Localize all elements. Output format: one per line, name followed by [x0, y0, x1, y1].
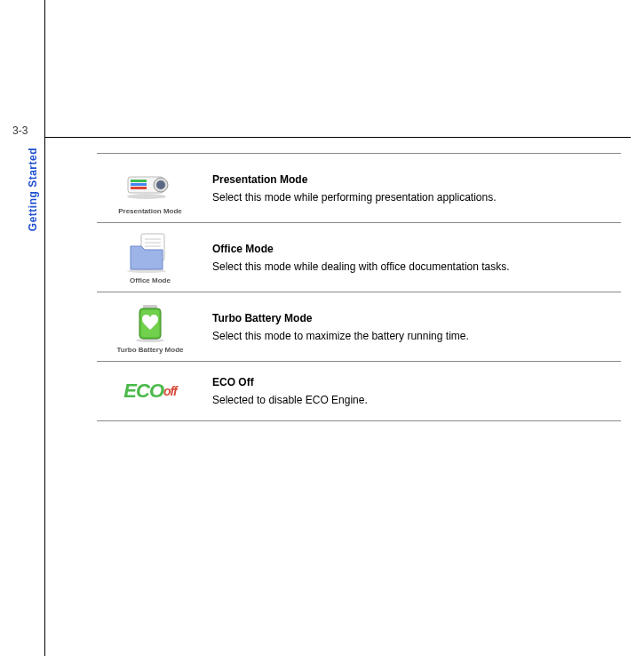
- section-side-label: Getting Started: [27, 148, 39, 231]
- table-row: Presentation Mode Presentation Mode Sele…: [97, 153, 621, 223]
- icon-caption: Office Mode: [130, 276, 171, 284]
- svg-point-11: [127, 269, 166, 273]
- svg-rect-4: [131, 183, 147, 186]
- mode-icon-cell: ECOoff: [97, 369, 203, 413]
- projector-icon: [123, 161, 177, 205]
- svg-point-15: [136, 339, 164, 342]
- page-number: 3-3: [12, 124, 28, 137]
- svg-rect-5: [131, 187, 147, 189]
- svg-point-2: [156, 180, 165, 189]
- table-row: ECOoff ECO Off Selected to disable ECO E…: [97, 362, 621, 421]
- mode-title: ECO Off: [212, 376, 621, 388]
- battery-heart-icon: [123, 300, 177, 344]
- mode-text: Office Mode Select this mode while deali…: [203, 243, 621, 273]
- modes-table: Presentation Mode Presentation Mode Sele…: [97, 153, 621, 421]
- eco-off-icon: ECOoff: [110, 369, 190, 413]
- mode-title: Turbo Battery Mode: [212, 312, 621, 324]
- mode-description: Select this mode while dealing with offi…: [212, 260, 621, 273]
- icon-caption: Presentation Mode: [118, 207, 182, 215]
- mode-description: Select this mode while performing presen…: [212, 191, 621, 204]
- eco-text-sub: off: [163, 384, 177, 398]
- icon-caption: Turbo Battery Mode: [117, 346, 184, 354]
- mode-description: Select this mode to maximize the battery…: [212, 330, 621, 342]
- mode-title: Presentation Mode: [212, 173, 621, 186]
- mode-text: ECO Off Selected to disable ECO Engine.: [203, 376, 621, 406]
- svg-rect-3: [131, 180, 147, 182]
- mode-text: Turbo Battery Mode Select this mode to m…: [203, 312, 621, 342]
- header-rule: [44, 137, 631, 138]
- mode-title: Office Mode: [212, 243, 621, 255]
- eco-text-main: ECO: [123, 380, 163, 403]
- mode-icon-cell: Office Mode: [97, 230, 203, 284]
- table-row: Turbo Battery Mode Turbo Battery Mode Se…: [97, 292, 621, 362]
- mode-description: Selected to disable ECO Engine.: [212, 394, 621, 406]
- mode-text: Presentation Mode Select this mode while…: [203, 173, 621, 204]
- mode-icon-cell: Turbo Battery Mode: [97, 300, 203, 354]
- svg-point-6: [127, 194, 166, 199]
- table-row: Office Mode Office Mode Select this mode…: [97, 223, 621, 292]
- folder-documents-icon: [123, 230, 177, 275]
- mode-icon-cell: Presentation Mode: [97, 161, 203, 215]
- svg-rect-12: [143, 305, 157, 308]
